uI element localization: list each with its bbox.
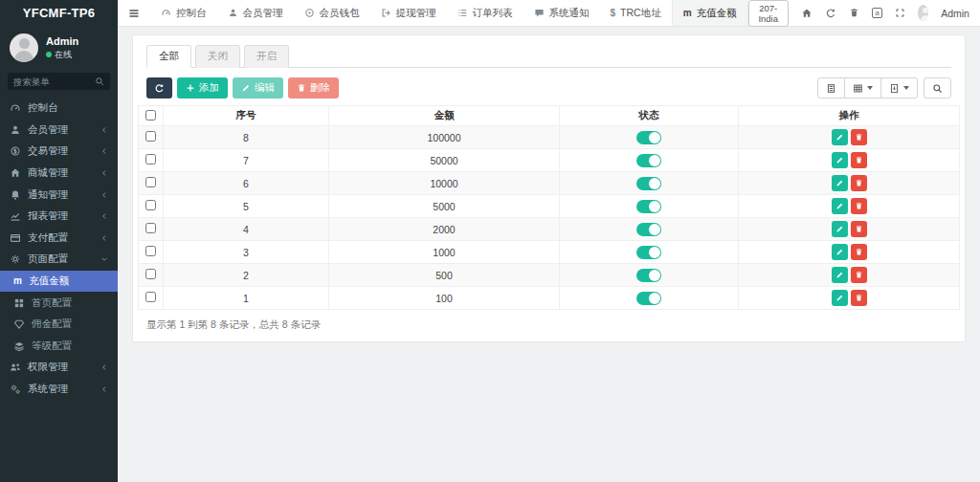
nav-tab-wallet[interactable]: 会员钱包 (294, 0, 370, 26)
sidebar-item-level-config[interactable]: 等级配置 (0, 336, 118, 358)
row-checkbox[interactable] (145, 200, 156, 210)
nav-tab-members[interactable]: 会员管理 (217, 0, 294, 26)
header-amount[interactable]: 金额 (329, 106, 560, 126)
header-status[interactable]: 状态 (560, 106, 739, 126)
comment-icon (534, 8, 545, 18)
status-toggle[interactable] (636, 269, 661, 282)
sidebar-item-reports[interactable]: 报表管理 (0, 206, 118, 228)
row-delete-button[interactable] (851, 175, 867, 191)
table-row[interactable]: 3 1000 (139, 241, 960, 264)
list-icon (457, 8, 468, 18)
status-toggle[interactable] (636, 177, 661, 190)
table-search-button[interactable] (924, 77, 951, 99)
status-toggle[interactable] (636, 131, 661, 144)
row-checkbox[interactable] (145, 177, 156, 187)
nav-tab-withdraw[interactable]: 提现管理 (370, 0, 447, 26)
sidebar-search[interactable] (8, 73, 110, 90)
row-delete-button[interactable] (851, 129, 867, 145)
sidebar-item-home-config[interactable]: 首页配置 (0, 292, 118, 314)
chevron-left-icon (100, 363, 108, 371)
table-header-row: 序号 金额 状态 操作 (139, 106, 960, 126)
avatar[interactable] (918, 5, 928, 21)
table-row[interactable]: 8 100000 (139, 126, 960, 149)
trash-icon[interactable] (849, 8, 859, 18)
row-edit-button[interactable] (832, 290, 848, 306)
card-view-button[interactable] (817, 77, 845, 99)
row-checkbox[interactable] (145, 292, 156, 302)
content-area: 全部 关闭 开启 添加 编辑 删除 (118, 27, 980, 482)
language-button[interactable]: 207-India (748, 0, 789, 27)
row-checkbox[interactable] (145, 154, 156, 164)
columns-button[interactable] (844, 77, 881, 99)
status-toggle[interactable] (636, 154, 661, 167)
table-row[interactable]: 2 500 (139, 264, 960, 287)
row-delete-button[interactable] (851, 221, 867, 237)
row-delete-button[interactable] (851, 244, 867, 260)
trash-icon (297, 83, 306, 93)
sidebar-item-notice[interactable]: 通知管理 (0, 184, 118, 206)
topbar-user-name[interactable]: Admin (941, 8, 969, 19)
sidebar-item-mall[interactable]: 商城管理 (0, 163, 118, 185)
row-edit-button[interactable] (832, 175, 848, 191)
row-delete-button[interactable] (851, 152, 867, 168)
row-edit-button[interactable] (832, 221, 848, 237)
export-button[interactable] (880, 77, 918, 99)
table-row[interactable]: 7 50000 (139, 149, 960, 172)
row-edit-button[interactable] (832, 129, 848, 145)
row-edit-button[interactable] (832, 198, 848, 214)
row-checkbox[interactable] (145, 269, 156, 279)
table-row[interactable]: 1 100 (139, 287, 960, 310)
caret-down-icon (903, 86, 909, 90)
sidebar-item-payment-config[interactable]: 支付配置 (0, 228, 118, 250)
menu-toggle-icon[interactable] (118, 0, 150, 26)
delete-button[interactable]: 删除 (288, 77, 339, 99)
status-toggle[interactable] (636, 200, 661, 213)
sidebar-item-trade[interactable]: 交易管理 (0, 141, 118, 163)
edit-button[interactable]: 编辑 (233, 77, 283, 99)
table-row[interactable]: 5 5000 (139, 195, 960, 218)
sidebar-item-commission-config[interactable]: 佣金配置 (0, 314, 118, 336)
table-row[interactable]: 4 2000 (139, 218, 960, 241)
row-checkbox[interactable] (145, 246, 156, 256)
add-button[interactable]: 添加 (177, 77, 228, 99)
tab-open[interactable]: 开启 (244, 45, 289, 68)
nav-tab-notifications[interactable]: 系统通知 (523, 0, 600, 26)
nav-tab-orders[interactable]: 订单列表 (447, 0, 523, 26)
sidebar-item-system[interactable]: 系统管理 (0, 379, 118, 401)
status-toggle[interactable] (636, 223, 661, 236)
fullscreen-icon[interactable] (895, 8, 905, 18)
nav-tab-dashboard[interactable]: 控制台 (150, 0, 217, 26)
status-toggle[interactable] (636, 246, 661, 259)
sidebar-item-page-config[interactable]: 页面配置 (0, 249, 118, 271)
tab-all[interactable]: 全部 (146, 45, 191, 68)
refresh-button[interactable] (146, 77, 172, 99)
row-delete-button[interactable] (851, 198, 867, 214)
user-icon (10, 124, 21, 136)
nav-tab-trc-address[interactable]: $ TRC地址 (600, 0, 672, 26)
sidebar-item-recharge-amount[interactable]: m 充值金额 (0, 271, 118, 293)
search-input[interactable] (13, 77, 95, 87)
table-row[interactable]: 6 10000 (139, 172, 960, 195)
tab-closed[interactable]: 关闭 (195, 45, 240, 68)
sidebar-item-dashboard[interactable]: 控制台 (0, 98, 118, 120)
row-edit-button[interactable] (832, 267, 848, 283)
sidebar-item-permissions[interactable]: 权限管理 (0, 357, 118, 379)
row-delete-button[interactable] (851, 290, 867, 306)
row-checkbox[interactable] (145, 223, 156, 233)
row-edit-button[interactable] (832, 244, 848, 260)
translate-icon[interactable]: a (872, 8, 882, 18)
status-toggle[interactable] (636, 292, 661, 305)
refresh-icon (154, 83, 165, 94)
home-icon[interactable] (801, 8, 813, 19)
main-area: 控制台 会员管理 会员钱包 提现管理 订单列表 系统通知 $ TRC地址 m 充… (118, 0, 980, 482)
header-action[interactable]: 操作 (739, 106, 960, 126)
row-checkbox[interactable] (145, 131, 156, 142)
export-icon (889, 83, 900, 94)
nav-tab-recharge-amount[interactable]: m 充值金额 (672, 0, 748, 26)
select-all-checkbox[interactable] (145, 110, 156, 120)
header-seq[interactable]: 序号 (164, 106, 329, 126)
sidebar-item-members[interactable]: 会员管理 (0, 120, 118, 142)
row-edit-button[interactable] (832, 152, 848, 168)
row-delete-button[interactable] (851, 267, 867, 283)
refresh-icon[interactable] (825, 8, 836, 19)
